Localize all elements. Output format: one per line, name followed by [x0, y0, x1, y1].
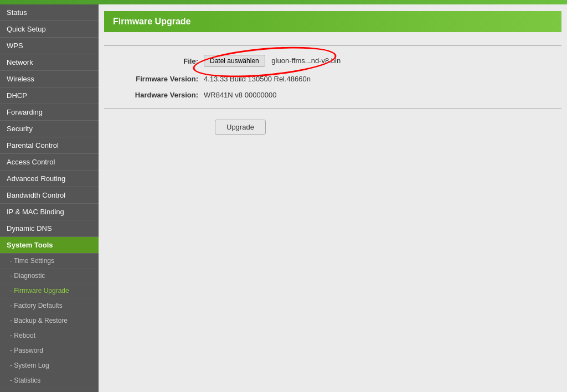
- firmware-version-value: 4.13.33 Build 130500 Rel.48660n: [204, 75, 311, 83]
- sidebar-item-bandwidth-control[interactable]: Bandwidth Control: [0, 187, 99, 204]
- sidebar-item-wireless[interactable]: Wireless: [0, 71, 99, 87]
- hardware-version-row: Hardware Version: WR841N v8 00000000: [115, 91, 561, 99]
- sidebar: Status Quick Setup WPS Network Wireless …: [0, 4, 99, 392]
- firmware-version-row: Firmware Version: 4.13.33 Build 130500 R…: [115, 75, 561, 83]
- page-header: Firmware Upgrade: [104, 11, 561, 32]
- sidebar-item-access-control[interactable]: Access Control: [0, 154, 99, 171]
- file-input-wrapper: Datei auswählen gluon-ffms...nd-v8.bin: [204, 55, 341, 67]
- sidebar-item-system-tools[interactable]: System Tools: [0, 237, 99, 254]
- top-bar: [0, 0, 567, 4]
- firmware-form: File: Datei auswählen gluon-ffms...nd-v8…: [115, 55, 561, 99]
- sidebar-sub-password[interactable]: - Password: [0, 343, 99, 358]
- sidebar-sub-reboot[interactable]: - Reboot: [0, 328, 99, 343]
- sidebar-item-forwarding[interactable]: Forwarding: [0, 104, 99, 121]
- bottom-divider: [104, 108, 561, 109]
- file-name-display: gluon-ffms...nd-v8.bin: [271, 56, 341, 65]
- sidebar-sub-time-settings[interactable]: - Time Settings: [0, 254, 99, 269]
- top-divider: [104, 45, 561, 46]
- main-content: Firmware Upgrade File: Datei auswählen g…: [99, 4, 567, 392]
- sidebar-item-dhcp[interactable]: DHCP: [0, 87, 99, 104]
- sidebar-item-ip-mac-binding[interactable]: IP & MAC Binding: [0, 204, 99, 220]
- firmware-version-label: Firmware Version:: [115, 75, 204, 83]
- sidebar-sub-diagnostic[interactable]: - Diagnostic: [0, 269, 99, 283]
- sidebar-sub-statistics[interactable]: - Statistics: [0, 373, 99, 388]
- page-title: Firmware Upgrade: [113, 17, 553, 27]
- sidebar-item-security[interactable]: Security: [0, 121, 99, 137]
- sidebar-sub-factory-defaults[interactable]: - Factory Defaults: [0, 298, 99, 313]
- sidebar-sub-system-log[interactable]: - System Log: [0, 358, 99, 373]
- sidebar-item-wps[interactable]: WPS: [0, 38, 99, 54]
- hardware-version-label: Hardware Version:: [115, 91, 204, 99]
- sidebar-item-parental-control[interactable]: Parental Control: [0, 137, 99, 154]
- sidebar-item-status[interactable]: Status: [0, 4, 99, 21]
- file-row: File: Datei auswählen gluon-ffms...nd-v8…: [115, 55, 561, 67]
- sidebar-item-quick-setup[interactable]: Quick Setup: [0, 21, 99, 38]
- hardware-version-value: WR841N v8 00000000: [204, 91, 277, 99]
- upgrade-button[interactable]: Upgrade: [215, 120, 266, 135]
- sidebar-item-dynamic-dns[interactable]: Dynamic DNS: [0, 220, 99, 237]
- sidebar-sub-backup-restore[interactable]: - Backup & Restore: [0, 313, 99, 328]
- choose-file-button[interactable]: Datei auswählen: [204, 55, 265, 67]
- file-label: File:: [115, 57, 204, 65]
- sidebar-sub-firmware-upgrade[interactable]: - Firmware Upgrade: [0, 283, 99, 298]
- sidebar-item-advanced-routing[interactable]: Advanced Routing: [0, 171, 99, 187]
- sidebar-item-network[interactable]: Network: [0, 54, 99, 71]
